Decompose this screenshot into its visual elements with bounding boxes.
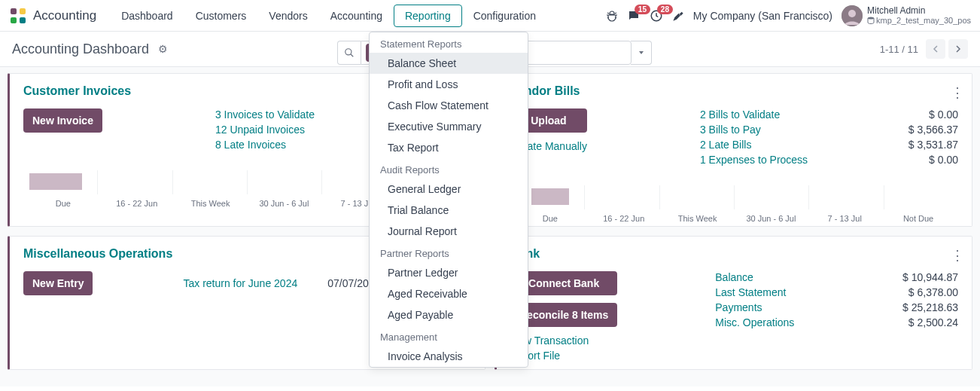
activities-icon[interactable]: 28 bbox=[650, 9, 663, 23]
avatar-icon bbox=[842, 5, 863, 26]
value: $ 10,944.87 bbox=[902, 271, 958, 283]
new-entry-button[interactable]: New Entry bbox=[23, 271, 93, 295]
label-misc-ops[interactable]: Misc. Operations bbox=[715, 316, 794, 328]
link-expenses[interactable]: 1 Expenses to Process bbox=[700, 154, 808, 166]
chevron-left-icon bbox=[932, 45, 939, 53]
dd-item-aged-receivable[interactable]: Aged Receivable bbox=[370, 283, 528, 304]
tools-icon[interactable] bbox=[672, 10, 684, 22]
search-button[interactable] bbox=[337, 41, 361, 65]
dd-item-cash-flow[interactable]: Cash Flow Statement bbox=[370, 95, 528, 116]
dd-item-profit-loss[interactable]: Profit and Loss bbox=[370, 74, 528, 95]
company-selector[interactable]: My Company (San Francisco) bbox=[693, 10, 832, 22]
svg-rect-0 bbox=[11, 8, 17, 14]
svg-point-8 bbox=[345, 49, 352, 55]
search-options-toggle[interactable] bbox=[631, 41, 652, 65]
mini-chart-bills: Due 16 - 22 Jun This Week 30 Jun - 6 Jul… bbox=[510, 181, 958, 218]
dd-item-partner-ledger[interactable]: Partner Ledger bbox=[370, 262, 528, 283]
messages-badge: 15 bbox=[635, 5, 650, 14]
user-db: kmp_2_test_may_30_pos bbox=[867, 16, 971, 25]
dd-item-journal-report[interactable]: Journal Report bbox=[370, 221, 528, 242]
page-title: Accounting Dashboard bbox=[12, 41, 149, 57]
dd-section-header: Management bbox=[370, 325, 528, 346]
card-title[interactable]: Bank bbox=[510, 247, 958, 261]
nav-reporting[interactable]: Reporting bbox=[394, 5, 462, 27]
link-late-bills[interactable]: 2 Late Bills bbox=[700, 139, 808, 151]
user-menu[interactable]: Mitchell Admin kmp_2_test_may_30_pos bbox=[842, 5, 971, 26]
nav-configuration[interactable]: Configuration bbox=[462, 5, 547, 27]
top-nav: Accounting Dashboard Customers Vendors A… bbox=[0, 0, 980, 32]
value: $ 3,531.87 bbox=[908, 139, 958, 151]
card-vendor-bills: Vendor Bills ⋮ Upload Create Manually 2 … bbox=[495, 73, 972, 227]
nav-dashboard[interactable]: Dashboard bbox=[110, 5, 184, 27]
card-title[interactable]: Vendor Bills bbox=[510, 84, 958, 98]
label-balance[interactable]: Balance bbox=[715, 271, 794, 283]
new-invoice-button[interactable]: New Invoice bbox=[23, 108, 102, 133]
dd-item-trial-balance[interactable]: Trial Balance bbox=[370, 200, 528, 221]
label-last-statement[interactable]: Last Statement bbox=[715, 286, 794, 298]
link-unpaid-invoices[interactable]: 12 Unpaid Invoices bbox=[215, 124, 315, 136]
app-logo-icon[interactable] bbox=[9, 7, 27, 25]
nav-links: Dashboard Customers Vendors Accounting R… bbox=[110, 5, 547, 27]
link-late-invoices[interactable]: 8 Late Invoices bbox=[215, 139, 315, 151]
value: $ 0.00 bbox=[908, 108, 958, 121]
svg-rect-2 bbox=[11, 17, 17, 23]
chevron-right-icon bbox=[954, 45, 962, 53]
card-bank: Bank ⋮ Connect Bank Reconcile 8 Items Ne… bbox=[495, 236, 972, 370]
value: $ 2,500.24 bbox=[902, 316, 958, 328]
nav-customers[interactable]: Customers bbox=[184, 5, 258, 27]
value: $ 3,566.37 bbox=[908, 124, 958, 136]
nav-accounting[interactable]: Accounting bbox=[319, 5, 394, 27]
messages-icon[interactable]: 15 bbox=[627, 9, 641, 23]
card-menu-icon[interactable]: ⋮ bbox=[951, 247, 964, 264]
user-name: Mitchell Admin bbox=[867, 6, 971, 16]
value: $ 6,378.00 bbox=[902, 286, 958, 298]
caret-down-icon bbox=[638, 49, 645, 57]
app-name[interactable]: Accounting bbox=[33, 8, 96, 23]
label-payments[interactable]: Payments bbox=[715, 301, 794, 313]
database-icon bbox=[867, 17, 875, 24]
dd-item-exec-summary[interactable]: Executive Summary bbox=[370, 116, 528, 137]
dd-section-header: Audit Reports bbox=[370, 158, 528, 179]
dd-item-invoice-analysis[interactable]: Invoice Analysis bbox=[370, 346, 528, 367]
dd-section-header: Statement Reports bbox=[370, 32, 528, 53]
svg-rect-1 bbox=[20, 8, 26, 14]
pager-prev[interactable] bbox=[926, 39, 945, 59]
card-menu-icon[interactable]: ⋮ bbox=[951, 84, 964, 101]
svg-point-6 bbox=[848, 10, 856, 17]
pager-text[interactable]: 1-11 / 11 bbox=[880, 44, 918, 55]
svg-point-7 bbox=[868, 17, 874, 20]
dd-item-aged-payable[interactable]: Aged Payable bbox=[370, 304, 528, 325]
gear-icon[interactable]: ⚙ bbox=[158, 43, 168, 55]
link-bills-validate[interactable]: 2 Bills to Validate bbox=[700, 108, 808, 121]
value: $ 0.00 bbox=[908, 154, 958, 166]
dd-item-balance-sheet[interactable]: Balance Sheet bbox=[370, 53, 528, 74]
pager: 1-11 / 11 bbox=[880, 39, 968, 59]
dd-section-header: Partner Reports bbox=[370, 242, 528, 262]
debug-icon[interactable] bbox=[606, 10, 618, 22]
nav-right: 15 28 My Company (San Francisco) Mitchel… bbox=[606, 5, 971, 26]
chart-bar bbox=[29, 173, 82, 190]
pager-next[interactable] bbox=[948, 39, 968, 59]
dd-item-tax-report[interactable]: Tax Report bbox=[370, 137, 528, 158]
chart-bar bbox=[531, 188, 569, 205]
svg-rect-3 bbox=[20, 17, 26, 23]
nav-vendors[interactable]: Vendors bbox=[257, 5, 318, 27]
link-tax-return[interactable]: Tax return for June 2024 bbox=[183, 277, 297, 289]
search-icon bbox=[344, 47, 355, 58]
value: $ 25,218.63 bbox=[902, 301, 958, 313]
activities-badge: 28 bbox=[657, 5, 673, 14]
link-invoices-validate[interactable]: 3 Invoices to Validate bbox=[215, 108, 315, 121]
dd-item-general-ledger[interactable]: General Ledger bbox=[370, 179, 528, 200]
reporting-dropdown: Statement Reports Balance Sheet Profit a… bbox=[369, 32, 528, 368]
link-bills-pay[interactable]: 3 Bills to Pay bbox=[700, 124, 808, 136]
